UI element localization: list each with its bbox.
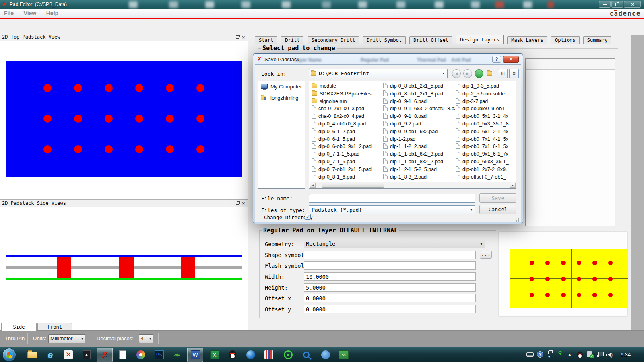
window-tray-icon[interactable] [548, 351, 552, 354]
tab-start[interactable]: Start [255, 36, 277, 44]
usb-tray-icon[interactable] [587, 351, 592, 357]
tab-mask-layers[interactable]: Mask Layers [507, 36, 547, 44]
menu-file[interactable]: File [4, 10, 14, 16]
offset-x-input[interactable] [304, 294, 476, 302]
file-item[interactable]: dip-0_7-ob1_2x1_5.pad [312, 166, 382, 173]
back-button[interactable]: ◄ [452, 69, 461, 78]
taskbar-terminal-app[interactable]: ss [336, 348, 352, 362]
file-item[interactable]: dip-ob0_65x3_35-1_ [456, 158, 516, 166]
taskbar-wifi-share[interactable] [280, 348, 296, 362]
close-button[interactable]: × [624, 1, 641, 8]
taskbar-excel[interactable]: X [206, 348, 223, 362]
dialog-help-button[interactable]: ? [492, 56, 501, 63]
file-item[interactable]: dip-0_9-1_8.pad [383, 113, 455, 120]
file-item[interactable]: dip-0_9-ob1_6x2.pad [383, 128, 455, 136]
file-item[interactable]: dip-1_1-ob1_6x2_3.pad [383, 150, 455, 158]
clock[interactable]: 9:34 [621, 352, 631, 358]
file-item[interactable]: dip-0_8-1_6.pad [312, 173, 382, 181]
file-item[interactable]: cha-0_8x2-c0_4.pad [312, 113, 382, 120]
file-item[interactable]: dip-0_6-ob0_9x1_2.pad [312, 143, 382, 150]
close-panel-icon[interactable]: × [242, 200, 245, 206]
taskbar-notepad[interactable] [115, 348, 131, 362]
place-user-folder[interactable]: longzhiming [258, 93, 305, 104]
file-item[interactable]: dip-1_8-3_2.pad [383, 173, 455, 181]
icon-view-button[interactable]: ⊞ [498, 69, 508, 78]
flash-symbol-input[interactable] [304, 261, 476, 270]
tab-front[interactable]: Front [37, 323, 72, 331]
place-my-computer[interactable]: My Computer [258, 81, 305, 93]
file-name-input[interactable] [309, 194, 475, 203]
width-input[interactable] [304, 272, 476, 281]
keyboard-tray-icon[interactable] [526, 352, 534, 357]
taskbar-macro-tool[interactable]: ▲ [78, 348, 95, 362]
folder-item[interactable]: signoise.run [312, 98, 382, 105]
file-item[interactable]: dip-0_9-2.pad [383, 120, 455, 128]
dialog-close-button[interactable]: × [503, 56, 519, 63]
file-item[interactable]: dip-2_5-5-no-solde [456, 90, 516, 98]
folder-item[interactable]: SDRX2ES-PSpiceFiles [312, 90, 382, 98]
taskbar-file-explorer[interactable] [24, 348, 40, 362]
units-select[interactable]: Millimeter▾ [48, 334, 85, 343]
taskbar-sprout-app[interactable]: ❧ [169, 348, 185, 362]
file-item[interactable]: dip-0_7-1_5.pad [312, 158, 382, 166]
taskbar-photoshop[interactable]: Ps [151, 348, 167, 362]
chevron-down-icon[interactable]: ▾ [548, 355, 550, 359]
tab-drill[interactable]: Drill [281, 36, 303, 44]
file-item[interactable]: dip-0_8-ob1_2x1_5.pad [383, 82, 455, 90]
dialog-resize-grip[interactable] [514, 216, 520, 222]
file-item[interactable]: dip-1_1-2_2.pad [383, 143, 455, 150]
list-view-button[interactable]: ≡ [509, 69, 519, 78]
files-of-type-combo[interactable]: Padstack (*.pad) ▾ [309, 205, 475, 214]
file-item[interactable]: dip-1-2.pad [383, 136, 455, 143]
scroll-left-arrow[interactable]: ◄ [310, 183, 316, 188]
show-hidden-icons-arrow[interactable]: ▲ [568, 352, 572, 357]
file-item[interactable]: dip-0_6-1_2.pad [312, 128, 382, 136]
taskbar-eda-tool[interactable]: ✕ [60, 348, 76, 362]
file-item[interactable]: dip-0_9-1_6x3_2-offset0_8.pad [383, 105, 455, 113]
look-in-combo[interactable]: D:\PCB_FootPrint ▾ [309, 69, 448, 78]
taskbar-media-app[interactable] [243, 348, 259, 362]
geometry-select[interactable]: Rectangle▾ [304, 240, 485, 248]
cancel-button[interactable]: Cancel [479, 205, 516, 214]
file-item[interactable]: dip-ob0_9x1_6-1_7x [456, 150, 516, 158]
menu-help[interactable]: Help [46, 10, 58, 16]
file-item[interactable]: dip-ob1_2x7-2_8x9. [456, 166, 516, 173]
file-item[interactable]: dip-ob0_6x1_2-1_4x [456, 128, 516, 136]
scroll-right-arrow[interactable]: ► [510, 183, 516, 188]
maximize-button[interactable] [611, 1, 623, 8]
minimize-button[interactable] [599, 1, 611, 8]
tab-secondary-drill[interactable]: Secondary Drill [308, 36, 359, 44]
file-item[interactable]: cha-0_7x1-c0_3.pad [312, 105, 382, 113]
save-button[interactable]: Save [479, 193, 516, 203]
scrollbar-thumb[interactable] [322, 183, 384, 188]
float-panel-icon[interactable] [236, 202, 239, 205]
file-item[interactable]: dip-0_4-ob1x0_8.pad [312, 120, 382, 128]
file-item[interactable]: dip-1_1-ob1_8x2_2.pad [383, 158, 455, 166]
file-item[interactable]: dip-ob0_7x1_6-1_5x [456, 143, 516, 150]
folder-item[interactable]: module [312, 82, 382, 90]
file-item[interactable]: dip-ob0_5x1_3-1_4x [456, 113, 516, 120]
tab-drill-symbol[interactable]: Drill Symbol [363, 36, 406, 44]
taskbar-pad-editor[interactable]: ✗ [97, 348, 113, 362]
file-item[interactable]: dip-1_9-3_5.pad [456, 82, 516, 90]
start-button[interactable] [2, 348, 16, 362]
height-input[interactable] [304, 283, 476, 292]
decimal-places-select[interactable]: 4▾ [139, 334, 153, 343]
file-item[interactable]: dip-3-7.pad [456, 98, 516, 105]
tab-side[interactable]: Side [1, 323, 37, 331]
offset-y-input[interactable] [304, 305, 476, 313]
float-panel-icon[interactable] [236, 35, 239, 39]
file-item[interactable]: dip-double0_9-ob1_ [456, 105, 516, 113]
file-item[interactable]: dip-ob0_5x3_35-1_8 [456, 120, 516, 128]
horizontal-scrollbar[interactable]: ◄ ► [310, 182, 516, 188]
taskbar-qq[interactable] [225, 348, 241, 362]
file-item[interactable]: dip-ob0_7x1_4-1_5x [456, 136, 516, 143]
taskbar-word[interactable]: W [187, 348, 203, 362]
network-tray-icon[interactable] [598, 352, 604, 356]
shape-symbol-browse-button[interactable]: ... [480, 251, 492, 259]
file-item[interactable]: dip-0_9-1_6.pad [383, 98, 455, 105]
file-item[interactable]: dip-offset-0_7-ob1_ [456, 173, 516, 181]
taskbar-search-app[interactable] [298, 348, 314, 362]
file-item[interactable]: dip-0_6-1_5.pad [312, 136, 382, 143]
tab-options[interactable]: Options [551, 36, 580, 44]
